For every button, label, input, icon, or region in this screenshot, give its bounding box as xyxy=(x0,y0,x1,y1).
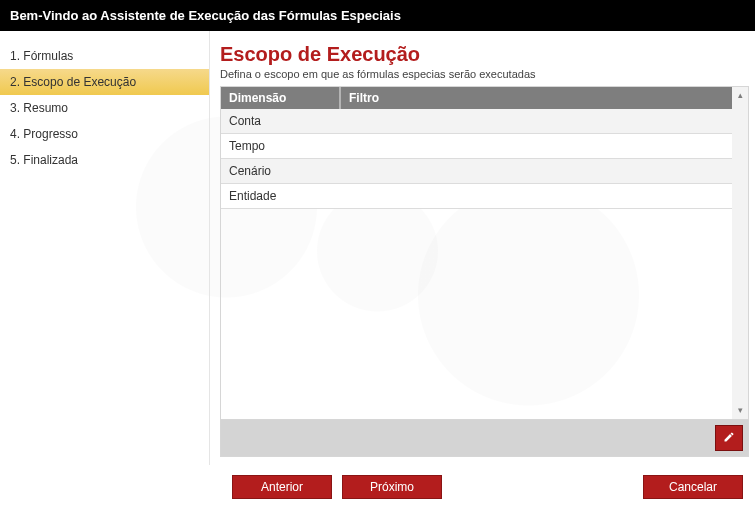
sidebar-item-label: 3. Resumo xyxy=(10,101,68,115)
sidebar-item-progresso[interactable]: 4. Progresso xyxy=(0,121,209,147)
page-subtitle: Defina o escopo em que as fórmulas espec… xyxy=(220,68,749,80)
th-filter: Filtro xyxy=(341,87,732,109)
pencil-icon xyxy=(723,431,735,446)
sidebar-item-escopo[interactable]: 2. Escopo de Execução xyxy=(0,69,209,95)
sidebar-item-formulas[interactable]: 1. Fórmulas xyxy=(0,43,209,69)
header: Bem-Vindo ao Assistente de Execução das … xyxy=(0,0,755,31)
table-row[interactable]: Cenário xyxy=(221,159,732,184)
cell-dimension: Tempo xyxy=(221,134,341,158)
sidebar-item-resumo[interactable]: 3. Resumo xyxy=(0,95,209,121)
header-title: Bem-Vindo ao Assistente de Execução das … xyxy=(10,8,401,23)
chevron-down-icon[interactable]: ▾ xyxy=(738,406,743,415)
th-dimension: Dimensão xyxy=(221,87,341,109)
sidebar-item-label: 1. Fórmulas xyxy=(10,49,73,63)
wizard-sidebar: 1. Fórmulas 2. Escopo de Execução 3. Res… xyxy=(0,31,210,471)
cell-filter xyxy=(341,184,732,208)
cell-filter xyxy=(341,134,732,158)
page-title: Escopo de Execução xyxy=(220,43,749,66)
cell-dimension: Cenário xyxy=(221,159,341,183)
table-row[interactable]: Conta xyxy=(221,109,732,134)
scope-table: Dimensão Filtro Conta Tempo Cenário Enti… xyxy=(220,86,749,420)
scrollbar[interactable]: ▴ ▾ xyxy=(732,87,748,419)
main-panel: Escopo de Execução Defina o escopo em qu… xyxy=(210,31,755,471)
sidebar-item-label: 4. Progresso xyxy=(10,127,78,141)
cell-filter xyxy=(341,109,732,133)
table-toolbar xyxy=(220,420,749,457)
prev-button[interactable]: Anterior xyxy=(232,475,332,499)
next-button[interactable]: Próximo xyxy=(342,475,442,499)
edit-button[interactable] xyxy=(716,426,742,450)
sidebar-item-label: 2. Escopo de Execução xyxy=(10,75,136,89)
table-header: Dimensão Filtro xyxy=(221,87,732,109)
cell-dimension: Entidade xyxy=(221,184,341,208)
table-row[interactable]: Entidade xyxy=(221,184,732,209)
content-wrap: 1. Fórmulas 2. Escopo de Execução 3. Res… xyxy=(0,31,755,471)
footer: Anterior Próximo Cancelar xyxy=(0,465,755,509)
cell-dimension: Conta xyxy=(221,109,341,133)
cell-filter xyxy=(341,159,732,183)
sidebar-item-finalizada[interactable]: 5. Finalizada xyxy=(0,147,209,173)
table-row[interactable]: Tempo xyxy=(221,134,732,159)
cancel-button[interactable]: Cancelar xyxy=(643,475,743,499)
sidebar-item-label: 5. Finalizada xyxy=(10,153,78,167)
chevron-up-icon[interactable]: ▴ xyxy=(738,91,743,100)
